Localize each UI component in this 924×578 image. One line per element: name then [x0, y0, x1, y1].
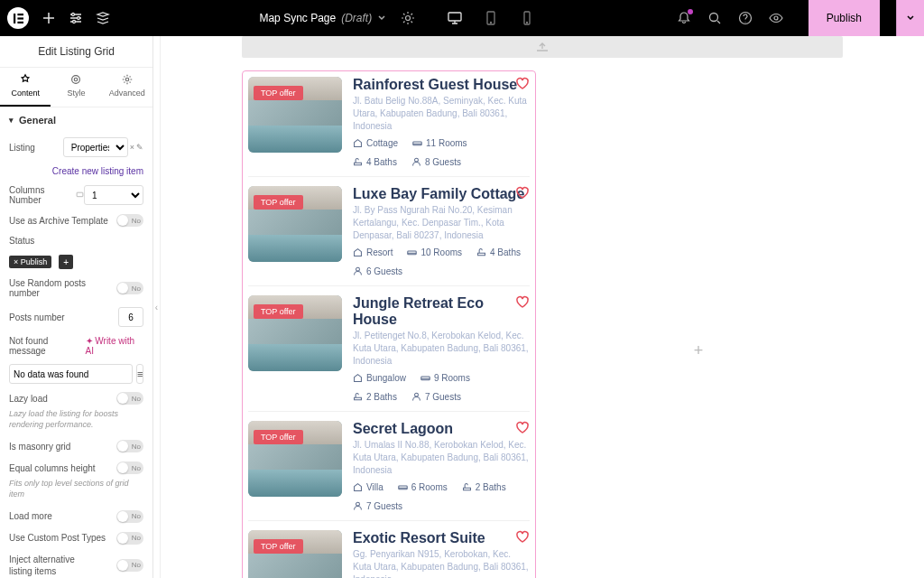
- section-general[interactable]: ▾General: [0, 107, 152, 133]
- create-listing-link[interactable]: Create new listing item: [52, 166, 143, 176]
- edit-icon[interactable]: ✎: [136, 143, 143, 152]
- publish-dropdown[interactable]: [896, 0, 924, 36]
- svg-point-27: [356, 502, 360, 506]
- top-offer-badge: TOP offer: [254, 304, 303, 319]
- toggle-lazy[interactable]: No: [116, 392, 143, 405]
- svg-point-7: [406, 16, 411, 21]
- label-lazy: Lazy load: [9, 394, 48, 404]
- draft-label: (Draft): [341, 12, 372, 24]
- label-cpt: Use Custom Post Types: [9, 533, 106, 543]
- listing-card[interactable]: TOP offer Exotic Resort SuiteGg. Penyari…: [248, 530, 530, 578]
- svg-rect-0: [14, 14, 15, 23]
- top-bar: Map Sync Page (Draft) Publish: [0, 0, 924, 36]
- favorite-icon[interactable]: [515, 421, 530, 439]
- listing-title: Jungle Retreat Eco House: [353, 295, 530, 328]
- listing-card[interactable]: TOP offer Rainforest Guest HouseJl. Batu…: [248, 77, 530, 177]
- publish-button[interactable]: Publish: [808, 0, 880, 36]
- listing-address: Jl. By Pass Ngurah Rai No.20, Kesiman Ke…: [353, 204, 530, 242]
- listing-select[interactable]: Properties Listin...: [63, 137, 128, 157]
- preview-icon[interactable]: [769, 11, 783, 25]
- columns-select[interactable]: 1: [84, 185, 143, 205]
- favorite-icon[interactable]: [515, 295, 530, 313]
- toggle-equal[interactable]: No: [116, 461, 143, 474]
- svg-point-12: [527, 23, 528, 23]
- svg-point-13: [709, 14, 717, 22]
- clear-icon[interactable]: ×: [130, 143, 134, 152]
- posts-number-input[interactable]: [118, 307, 143, 327]
- listing-address: Gg. Penyarikan N915, Kerobokan, Kec. Kut…: [353, 548, 530, 578]
- listing-grid-widget[interactable]: TOP offer Rainforest Guest HouseJl. Batu…: [242, 70, 536, 578]
- editor-canvas: TOP offer Rainforest Guest HouseJl. Batu…: [161, 36, 924, 578]
- toggle-loadmore[interactable]: No: [116, 510, 143, 523]
- favorite-icon[interactable]: [515, 77, 530, 95]
- listing-address: Jl. Umalas II No.88, Kerobokan Kelod, Ke…: [353, 439, 530, 477]
- svg-rect-2: [17, 17, 23, 19]
- svg-rect-3: [17, 21, 23, 23]
- toggle-random[interactable]: No: [116, 282, 143, 294]
- listing-title: Secret Lagoon: [353, 421, 530, 437]
- svg-point-17: [75, 78, 79, 81]
- tab-content[interactable]: Content: [0, 68, 51, 107]
- listing-thumbnail: TOP offer: [248, 77, 342, 153]
- label-random: Use Random posts number: [9, 278, 116, 298]
- listing-title: Luxe Bay Family Cottage: [353, 186, 530, 202]
- toggle-archive[interactable]: No: [116, 214, 143, 227]
- toggle-cpt[interactable]: No: [116, 532, 143, 545]
- svg-point-23: [356, 267, 360, 271]
- top-offer-badge: TOP offer: [254, 86, 303, 100]
- hint-equal: Fits only top level sections of grid ite…: [0, 479, 152, 505]
- status-pill[interactable]: × Publish: [9, 256, 51, 268]
- label-columns: Columns Number: [9, 185, 84, 205]
- help-icon[interactable]: [738, 11, 753, 25]
- toggle-masonry[interactable]: No: [116, 440, 143, 452]
- svg-point-10: [491, 23, 492, 23]
- label-archive: Use as Archive Template: [9, 216, 108, 226]
- settings-sliders-icon[interactable]: [69, 11, 83, 25]
- notfound-input[interactable]: [9, 364, 133, 384]
- tab-style[interactable]: Style: [51, 68, 101, 107]
- device-mobile-icon[interactable]: [520, 11, 534, 25]
- listing-card[interactable]: TOP offer Jungle Retreat Eco HouseJl. Pe…: [248, 295, 530, 412]
- svg-point-5: [78, 17, 80, 20]
- page-settings-icon[interactable]: [401, 11, 415, 25]
- top-offer-badge: TOP offer: [254, 195, 303, 210]
- listing-card[interactable]: TOP offer Secret LagoonJl. Umalas II No.…: [248, 421, 530, 521]
- dynamic-tag-icon[interactable]: ≡: [136, 364, 143, 384]
- label-inject: Inject alternative listing items: [9, 554, 99, 577]
- svg-point-25: [414, 393, 418, 396]
- panel-collapse-handle[interactable]: ‹: [153, 36, 161, 578]
- listing-thumbnail: TOP offer: [248, 186, 342, 262]
- svg-point-16: [72, 76, 80, 84]
- add-status[interactable]: +: [59, 255, 73, 269]
- svg-rect-1: [17, 14, 23, 15]
- responsive-icon[interactable]: [76, 191, 84, 200]
- listing-card[interactable]: TOP offer Luxe Bay Family CottageJl. By …: [248, 186, 530, 286]
- drop-zone[interactable]: [242, 36, 843, 58]
- favorite-icon[interactable]: [515, 530, 530, 548]
- notifications-icon[interactable]: [677, 11, 691, 25]
- toggle-inject[interactable]: No: [116, 559, 143, 572]
- structure-icon[interactable]: [96, 11, 110, 25]
- device-desktop-icon[interactable]: [448, 11, 462, 25]
- listing-thumbnail: TOP offer: [248, 295, 342, 371]
- tab-advanced[interactable]: Advanced: [102, 68, 152, 107]
- hint-lazy: Lazy load the listing for boosts renderi…: [0, 409, 152, 435]
- add-section[interactable]: +: [554, 70, 843, 578]
- top-offer-badge: TOP offer: [254, 430, 303, 444]
- label-notfound: Not found message: [9, 336, 86, 356]
- label-equal: Equal columns height: [9, 463, 96, 473]
- add-icon[interactable]: [42, 11, 56, 25]
- favorite-icon[interactable]: [515, 186, 530, 204]
- svg-point-4: [72, 14, 75, 16]
- listing-address: Jl. Batu Belig No.88A, Seminyak, Kec. Ku…: [353, 95, 530, 133]
- search-icon[interactable]: [707, 11, 722, 25]
- label-status: Status: [9, 236, 34, 246]
- elementor-logo[interactable]: [7, 7, 29, 29]
- page-name: Map Sync Page: [259, 12, 336, 24]
- device-tablet-icon[interactable]: [484, 11, 498, 25]
- page-title[interactable]: Map Sync Page (Draft): [259, 12, 386, 24]
- sidebar-title: Edit Listing Grid: [0, 36, 152, 68]
- svg-point-6: [73, 21, 76, 23]
- write-with-ai[interactable]: ✦ Write with AI: [86, 336, 143, 356]
- top-offer-badge: TOP offer: [254, 539, 303, 554]
